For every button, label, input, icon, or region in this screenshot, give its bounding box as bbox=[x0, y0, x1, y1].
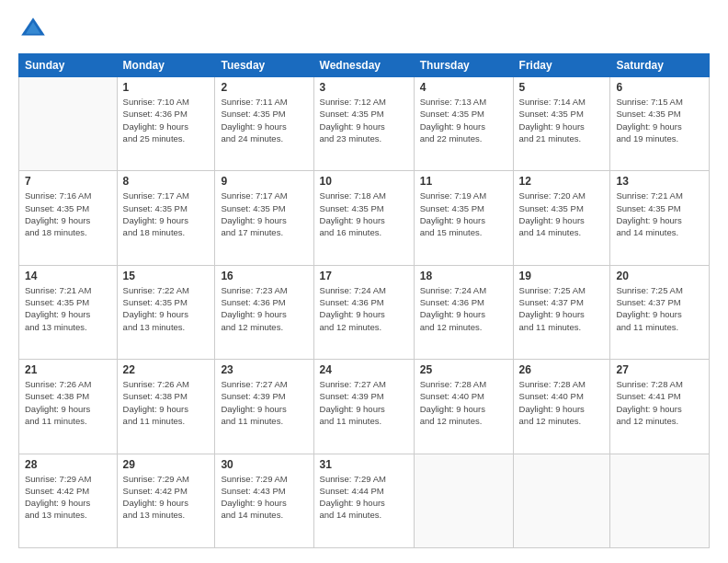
calendar-cell bbox=[513, 454, 610, 547]
weekday-header: Saturday bbox=[610, 54, 710, 77]
day-number: 30 bbox=[221, 458, 307, 471]
day-number: 17 bbox=[320, 270, 408, 282]
cell-text: Sunrise: 7:25 AM Sunset: 4:37 PM Dayligh… bbox=[616, 284, 703, 333]
calendar-cell: 22Sunrise: 7:26 AM Sunset: 4:38 PM Dayli… bbox=[117, 360, 215, 454]
day-number: 4 bbox=[420, 81, 507, 94]
calendar-cell: 25Sunrise: 7:28 AM Sunset: 4:40 PM Dayli… bbox=[414, 360, 513, 454]
day-number: 2 bbox=[221, 81, 307, 94]
calendar-week-row: 1Sunrise: 7:10 AM Sunset: 4:36 PM Daylig… bbox=[19, 77, 710, 171]
day-number: 6 bbox=[616, 81, 703, 94]
calendar-cell: 18Sunrise: 7:24 AM Sunset: 4:36 PM Dayli… bbox=[414, 265, 513, 359]
calendar-cell: 7Sunrise: 7:16 AM Sunset: 4:35 PM Daylig… bbox=[19, 171, 118, 265]
weekday-header: Friday bbox=[513, 54, 610, 77]
calendar-cell bbox=[414, 454, 513, 547]
calendar-cell: 6Sunrise: 7:15 AM Sunset: 4:35 PM Daylig… bbox=[610, 77, 710, 171]
calendar-header: SundayMondayTuesdayWednesdayThursdayFrid… bbox=[19, 54, 710, 77]
calendar-cell: 31Sunrise: 7:29 AM Sunset: 4:44 PM Dayli… bbox=[313, 454, 414, 547]
cell-text: Sunrise: 7:29 AM Sunset: 4:42 PM Dayligh… bbox=[123, 473, 210, 522]
cell-text: Sunrise: 7:18 AM Sunset: 4:35 PM Dayligh… bbox=[320, 190, 408, 238]
cell-text: Sunrise: 7:10 AM Sunset: 4:36 PM Dayligh… bbox=[123, 96, 210, 144]
day-number: 8 bbox=[123, 175, 210, 188]
header bbox=[18, 15, 710, 44]
weekday-header: Thursday bbox=[414, 54, 513, 77]
logo bbox=[18, 15, 51, 44]
day-number: 21 bbox=[25, 363, 111, 376]
cell-text: Sunrise: 7:29 AM Sunset: 4:43 PM Dayligh… bbox=[221, 473, 307, 522]
day-number: 12 bbox=[519, 175, 605, 188]
calendar-cell: 1Sunrise: 7:10 AM Sunset: 4:36 PM Daylig… bbox=[117, 77, 215, 171]
calendar-cell: 14Sunrise: 7:21 AM Sunset: 4:35 PM Dayli… bbox=[19, 265, 118, 359]
cell-text: Sunrise: 7:28 AM Sunset: 4:40 PM Dayligh… bbox=[519, 378, 605, 427]
calendar-cell: 26Sunrise: 7:28 AM Sunset: 4:40 PM Dayli… bbox=[513, 360, 610, 454]
day-number: 27 bbox=[616, 363, 703, 376]
calendar-cell: 29Sunrise: 7:29 AM Sunset: 4:42 PM Dayli… bbox=[117, 454, 215, 547]
calendar-cell: 21Sunrise: 7:26 AM Sunset: 4:38 PM Dayli… bbox=[19, 360, 118, 454]
calendar-cell: 20Sunrise: 7:25 AM Sunset: 4:37 PM Dayli… bbox=[610, 265, 710, 359]
cell-text: Sunrise: 7:22 AM Sunset: 4:35 PM Dayligh… bbox=[123, 284, 210, 333]
cell-text: Sunrise: 7:20 AM Sunset: 4:35 PM Dayligh… bbox=[519, 190, 605, 238]
calendar-week-row: 21Sunrise: 7:26 AM Sunset: 4:38 PM Dayli… bbox=[19, 360, 710, 454]
calendar-week-row: 28Sunrise: 7:29 AM Sunset: 4:42 PM Dayli… bbox=[19, 454, 710, 547]
day-number: 18 bbox=[420, 270, 507, 282]
cell-text: Sunrise: 7:29 AM Sunset: 4:44 PM Dayligh… bbox=[320, 473, 408, 522]
cell-text: Sunrise: 7:28 AM Sunset: 4:40 PM Dayligh… bbox=[420, 378, 507, 427]
cell-text: Sunrise: 7:12 AM Sunset: 4:35 PM Dayligh… bbox=[320, 96, 408, 144]
cell-text: Sunrise: 7:11 AM Sunset: 4:35 PM Dayligh… bbox=[221, 96, 307, 144]
cell-text: Sunrise: 7:13 AM Sunset: 4:35 PM Dayligh… bbox=[420, 96, 507, 144]
calendar-cell: 19Sunrise: 7:25 AM Sunset: 4:37 PM Dayli… bbox=[513, 265, 610, 359]
day-number: 1 bbox=[123, 81, 210, 94]
day-number: 31 bbox=[320, 458, 408, 471]
calendar-cell: 4Sunrise: 7:13 AM Sunset: 4:35 PM Daylig… bbox=[414, 77, 513, 171]
cell-text: Sunrise: 7:25 AM Sunset: 4:37 PM Dayligh… bbox=[519, 284, 605, 333]
day-number: 29 bbox=[123, 458, 210, 471]
cell-text: Sunrise: 7:24 AM Sunset: 4:36 PM Dayligh… bbox=[320, 284, 408, 333]
day-number: 9 bbox=[221, 175, 307, 188]
calendar-cell: 12Sunrise: 7:20 AM Sunset: 4:35 PM Dayli… bbox=[513, 171, 610, 265]
calendar-cell bbox=[610, 454, 710, 547]
day-number: 19 bbox=[519, 270, 605, 282]
calendar-cell: 8Sunrise: 7:17 AM Sunset: 4:35 PM Daylig… bbox=[117, 171, 215, 265]
day-number: 5 bbox=[519, 81, 605, 94]
calendar-week-row: 14Sunrise: 7:21 AM Sunset: 4:35 PM Dayli… bbox=[19, 265, 710, 359]
calendar-cell: 16Sunrise: 7:23 AM Sunset: 4:36 PM Dayli… bbox=[215, 265, 313, 359]
cell-text: Sunrise: 7:14 AM Sunset: 4:35 PM Dayligh… bbox=[519, 96, 605, 144]
calendar-cell: 28Sunrise: 7:29 AM Sunset: 4:42 PM Dayli… bbox=[19, 454, 118, 547]
weekday-header: Monday bbox=[117, 54, 215, 77]
cell-text: Sunrise: 7:17 AM Sunset: 4:35 PM Dayligh… bbox=[221, 190, 307, 238]
cell-text: Sunrise: 7:24 AM Sunset: 4:36 PM Dayligh… bbox=[420, 284, 507, 333]
calendar-cell: 3Sunrise: 7:12 AM Sunset: 4:35 PM Daylig… bbox=[313, 77, 414, 171]
day-number: 23 bbox=[221, 363, 307, 376]
day-number: 11 bbox=[420, 175, 507, 188]
calendar-cell: 11Sunrise: 7:19 AM Sunset: 4:35 PM Dayli… bbox=[414, 171, 513, 265]
day-number: 25 bbox=[420, 363, 507, 376]
day-number: 7 bbox=[25, 175, 111, 188]
calendar-cell: 27Sunrise: 7:28 AM Sunset: 4:41 PM Dayli… bbox=[610, 360, 710, 454]
cell-text: Sunrise: 7:16 AM Sunset: 4:35 PM Dayligh… bbox=[25, 190, 111, 238]
cell-text: Sunrise: 7:23 AM Sunset: 4:36 PM Dayligh… bbox=[221, 284, 307, 333]
day-number: 10 bbox=[320, 175, 408, 188]
page: SundayMondayTuesdayWednesdayThursdayFrid… bbox=[0, 0, 728, 563]
calendar-cell: 5Sunrise: 7:14 AM Sunset: 4:35 PM Daylig… bbox=[513, 77, 610, 171]
calendar-cell: 2Sunrise: 7:11 AM Sunset: 4:35 PM Daylig… bbox=[215, 77, 313, 171]
calendar-cell: 13Sunrise: 7:21 AM Sunset: 4:35 PM Dayli… bbox=[610, 171, 710, 265]
cell-text: Sunrise: 7:17 AM Sunset: 4:35 PM Dayligh… bbox=[123, 190, 210, 238]
calendar-cell: 15Sunrise: 7:22 AM Sunset: 4:35 PM Dayli… bbox=[117, 265, 215, 359]
calendar-cell bbox=[19, 77, 118, 171]
calendar-cell: 10Sunrise: 7:18 AM Sunset: 4:35 PM Dayli… bbox=[313, 171, 414, 265]
cell-text: Sunrise: 7:27 AM Sunset: 4:39 PM Dayligh… bbox=[320, 378, 408, 427]
cell-text: Sunrise: 7:21 AM Sunset: 4:35 PM Dayligh… bbox=[25, 284, 111, 333]
weekday-header: Sunday bbox=[19, 54, 118, 77]
day-number: 28 bbox=[25, 458, 111, 471]
day-number: 22 bbox=[123, 363, 210, 376]
cell-text: Sunrise: 7:28 AM Sunset: 4:41 PM Dayligh… bbox=[616, 378, 703, 427]
calendar-cell: 23Sunrise: 7:27 AM Sunset: 4:39 PM Dayli… bbox=[215, 360, 313, 454]
calendar-cell: 24Sunrise: 7:27 AM Sunset: 4:39 PM Dayli… bbox=[313, 360, 414, 454]
calendar-body: 1Sunrise: 7:10 AM Sunset: 4:36 PM Daylig… bbox=[19, 77, 710, 548]
day-number: 24 bbox=[320, 363, 408, 376]
weekday-header: Wednesday bbox=[313, 54, 414, 77]
day-number: 20 bbox=[616, 270, 703, 282]
cell-text: Sunrise: 7:29 AM Sunset: 4:42 PM Dayligh… bbox=[25, 473, 111, 522]
calendar-week-row: 7Sunrise: 7:16 AM Sunset: 4:35 PM Daylig… bbox=[19, 171, 710, 265]
calendar-cell: 30Sunrise: 7:29 AM Sunset: 4:43 PM Dayli… bbox=[215, 454, 313, 547]
cell-text: Sunrise: 7:26 AM Sunset: 4:38 PM Dayligh… bbox=[25, 378, 111, 427]
